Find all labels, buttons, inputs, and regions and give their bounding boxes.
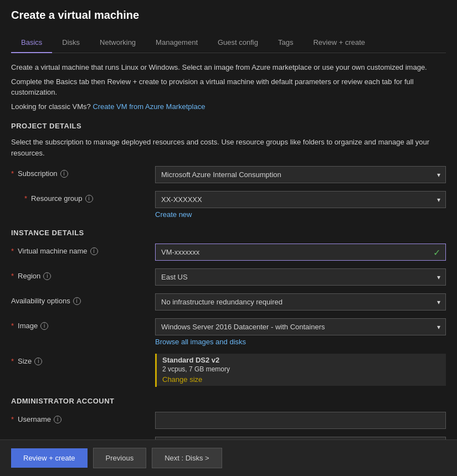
tabs-container: Basics Disks Networking Management Guest… (11, 33, 446, 53)
username-row: * Username i (11, 412, 446, 429)
instance-details-title: INSTANCE DETAILS (11, 229, 446, 237)
create-vm-marketplace-link[interactable]: Create VM from Azure Marketplace (93, 102, 205, 111)
description-line2: Complete the Basics tab then Review + cr… (11, 76, 446, 98)
browse-images-link[interactable]: Browse all images and disks (155, 338, 246, 346)
region-info-icon[interactable]: i (43, 272, 51, 280)
region-dropdown[interactable]: East US (155, 268, 446, 286)
image-control: Windows Server 2016 Datacenter - with Co… (155, 318, 446, 346)
previous-button[interactable]: Previous (93, 448, 147, 468)
image-row: * Image i Windows Server 2016 Datacenter… (11, 318, 446, 346)
tab-networking[interactable]: Networking (90, 33, 146, 53)
size-container: Standard DS2 v2 2 vcpus, 7 GB memory Cha… (155, 354, 446, 387)
vm-name-required-star: * (11, 247, 14, 255)
next-disks-button[interactable]: Next : Disks > (152, 448, 222, 468)
admin-account-title: ADMINISTRATOR ACCOUNT (11, 397, 446, 405)
size-content: Standard DS2 v2 2 vcpus, 7 GB memory Cha… (157, 354, 446, 386)
resource-group-dropdown-wrapper: XX-XXXXXX ▾ (155, 191, 446, 208)
resource-group-dropdown[interactable]: XX-XXXXXX (155, 191, 446, 208)
resource-group-info-icon[interactable]: i (85, 195, 93, 203)
username-label: * Username i (11, 412, 155, 423)
vm-name-row: * Virtual machine name i ✓ (11, 244, 446, 261)
subscription-dropdown[interactable]: Microsoft Azure Internal Consumption (155, 166, 446, 183)
size-info-icon[interactable]: i (34, 358, 42, 365)
project-details-description: Select the subscription to manage deploy… (11, 137, 446, 158)
vm-name-label: * Virtual machine name i (11, 244, 155, 255)
review-create-button[interactable]: Review + create (11, 448, 88, 468)
bottom-bar: Review + create Previous Next : Disks > (0, 439, 457, 476)
create-new-resource-group-link[interactable]: Create new (155, 210, 192, 219)
vm-name-check-icon: ✓ (433, 247, 440, 257)
size-control: Standard DS2 v2 2 vcpus, 7 GB memory Cha… (155, 354, 446, 387)
subscription-info-icon[interactable]: i (60, 170, 68, 178)
classic-vms-text: Looking for classic VMs? Create VM from … (11, 101, 446, 112)
tab-review-create[interactable]: Review + create (303, 33, 375, 53)
availability-options-info-icon[interactable]: i (73, 297, 81, 305)
region-label: * Region i (11, 268, 155, 280)
size-row: * Size i Standard DS2 v2 2 vcpus, 7 GB m… (11, 354, 446, 387)
tab-guest-config[interactable]: Guest config (208, 33, 268, 53)
description-line1: Create a virtual machine that runs Linux… (11, 62, 446, 73)
subscription-dropdown-wrapper: Microsoft Azure Internal Consumption ▾ (155, 166, 446, 183)
availability-options-label: Availability options i (11, 293, 155, 305)
vm-name-input[interactable] (155, 244, 446, 261)
region-required-star: * (11, 272, 14, 280)
vm-name-control: ✓ (155, 244, 446, 261)
availability-options-dropdown[interactable]: No infrastructure redundancy required (155, 293, 446, 311)
image-dropdown[interactable]: Windows Server 2016 Datacenter - with Co… (155, 318, 446, 335)
availability-options-control: No infrastructure redundancy required ▾ (155, 293, 446, 311)
image-info-icon[interactable]: i (40, 322, 48, 330)
tab-tags[interactable]: Tags (268, 33, 303, 53)
vm-name-info-icon[interactable]: i (90, 247, 98, 255)
size-name: Standard DS2 v2 (162, 356, 440, 364)
tab-basics[interactable]: Basics (11, 33, 52, 53)
username-required-star: * (11, 415, 14, 423)
subscription-required-star: * (11, 169, 14, 178)
size-required-star: * (11, 357, 14, 365)
username-input[interactable] (155, 412, 446, 429)
region-row: * Region i East US ▾ (11, 268, 446, 286)
image-dropdown-wrapper: Windows Server 2016 Datacenter - with Co… (155, 318, 446, 335)
availability-options-dropdown-wrapper: No infrastructure redundancy required ▾ (155, 293, 446, 311)
size-label: * Size i (11, 354, 155, 365)
tab-management[interactable]: Management (146, 33, 208, 53)
tab-disks[interactable]: Disks (52, 33, 90, 53)
vm-name-input-wrapper: ✓ (155, 244, 446, 261)
page-title: Create a virtual machine (11, 9, 446, 22)
subscription-row: * Subscription i Microsoft Azure Interna… (11, 166, 446, 183)
region-dropdown-wrapper: East US ▾ (155, 268, 446, 286)
image-required-star: * (11, 322, 14, 330)
change-size-link[interactable]: Change size (162, 375, 202, 384)
resource-group-label-wrapper: * Resource group i (11, 191, 155, 203)
username-info-icon[interactable]: i (54, 416, 61, 423)
project-details-title: PROJECT DETAILS (11, 122, 446, 130)
username-control (155, 412, 446, 429)
image-label: * Image i (11, 318, 155, 330)
availability-options-row: Availability options i No infrastructure… (11, 293, 446, 311)
region-control: East US ▾ (155, 268, 446, 286)
resource-group-control: XX-XXXXXX ▾ Create new (155, 191, 446, 219)
resource-group-required-star: * (24, 194, 27, 203)
size-details: 2 vcpus, 7 GB memory (162, 365, 440, 373)
resource-group-row: * Resource group i XX-XXXXXX ▾ Create ne… (11, 191, 446, 219)
subscription-label: * Subscription i (11, 166, 155, 178)
subscription-control: Microsoft Azure Internal Consumption ▾ (155, 166, 446, 183)
